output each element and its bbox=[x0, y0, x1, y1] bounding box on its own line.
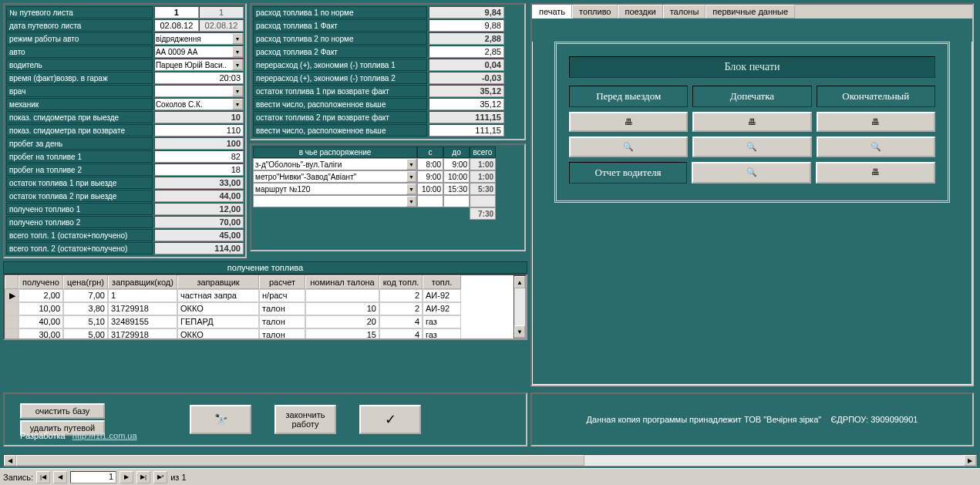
fuel-recv-cell[interactable]: 40,00 bbox=[19, 315, 63, 328]
fuel-name-cell[interactable]: частная запра bbox=[177, 289, 259, 302]
fuel-code-cell[interactable]: 32489155 bbox=[108, 315, 177, 328]
scroll-down-icon[interactable]: ▼ bbox=[514, 325, 525, 338]
waybill-no-input[interactable]: 1 bbox=[154, 6, 199, 19]
route-row[interactable]: ▼ bbox=[253, 195, 523, 207]
work-mode-combo[interactable]: відрядження▼ bbox=[154, 32, 244, 45]
fuel-calc-cell[interactable]: талон bbox=[259, 302, 305, 315]
fuel-price-cell[interactable]: 7,00 bbox=[63, 289, 108, 302]
chevron-down-icon[interactable]: ▼ bbox=[406, 171, 416, 182]
route-to-cell[interactable] bbox=[443, 195, 470, 207]
row-selector[interactable] bbox=[5, 328, 19, 340]
fuel-nominal-cell[interactable]: 20 bbox=[305, 315, 379, 328]
fuel-recv-cell[interactable]: 10,00 bbox=[19, 302, 63, 315]
clear-base-button[interactable]: очистить базу bbox=[20, 403, 105, 419]
fuel-scrollbar[interactable]: ▲ ▼ bbox=[514, 275, 526, 338]
tab-primary-data[interactable]: первичные данные bbox=[706, 5, 795, 19]
fuel-nominal-cell[interactable]: 10 bbox=[305, 302, 379, 315]
nav-next-button[interactable]: ▶ bbox=[120, 471, 133, 483]
fuel-row[interactable]: 10,003,8031729918ОККОталон102АИ-92 bbox=[5, 302, 514, 315]
fuel-fuel-cell[interactable]: газ bbox=[423, 315, 461, 328]
route-dest-cell[interactable]: ▼ bbox=[253, 195, 417, 207]
route-dest-cell[interactable]: з-д"Оболонь"-вул.Таліги▼ bbox=[253, 158, 417, 170]
cons2-fact-input[interactable]: 2,85 bbox=[429, 45, 504, 58]
fuel-fcode-cell[interactable]: 4 bbox=[379, 328, 423, 340]
fuel-fuel-cell[interactable]: АИ-92 bbox=[423, 302, 461, 315]
fuel-price-cell[interactable]: 5,10 bbox=[63, 315, 108, 328]
chevron-down-icon[interactable]: ▼ bbox=[232, 99, 243, 109]
nav-new-button[interactable]: ▶* bbox=[153, 471, 167, 483]
fuel-col-fuel[interactable]: топл. bbox=[423, 275, 461, 289]
route-dest-cell[interactable]: метро"Нивки"-Завод"Авіант"▼ bbox=[253, 170, 417, 183]
odo-in-input[interactable]: 110 bbox=[154, 124, 244, 136]
fuel-fcode-cell[interactable]: 2 bbox=[379, 302, 423, 315]
row-selector[interactable] bbox=[5, 315, 19, 328]
date-input[interactable]: 02.08.12 bbox=[154, 19, 199, 32]
fuel-calc-cell[interactable]: талон bbox=[259, 328, 305, 340]
print-final-button[interactable]: 🖶 bbox=[817, 112, 935, 132]
chevron-down-icon[interactable]: ▼ bbox=[406, 184, 416, 194]
route-row[interactable]: маршрут №120▼10:0015:305:30 bbox=[253, 183, 523, 195]
chevron-down-icon[interactable]: ▼ bbox=[406, 159, 416, 170]
driver-report-print-button[interactable]: 🖶 bbox=[816, 162, 935, 184]
print-before-button[interactable]: 🖶 bbox=[569, 112, 688, 132]
fuel-row[interactable]: ▶2,007,001частная запран/расч2АИ-92 bbox=[5, 289, 514, 302]
fuel-col-calc[interactable]: расчет bbox=[259, 275, 305, 289]
chevron-down-icon[interactable]: ▼ bbox=[232, 86, 243, 96]
tab-trips[interactable]: поездки bbox=[618, 5, 662, 19]
route-row[interactable]: з-д"Оболонь"-вул.Таліги▼8:009:001:00 bbox=[253, 158, 523, 170]
preview-before-button[interactable]: 🔍 bbox=[569, 136, 688, 157]
chevron-down-icon[interactable]: ▼ bbox=[232, 33, 243, 44]
cons1-fact-input[interactable]: 9,88 bbox=[429, 19, 504, 32]
fuel-col-nominal[interactable]: номинал талона bbox=[305, 275, 379, 289]
run-fuel1-input[interactable]: 82 bbox=[154, 150, 244, 163]
fuel-calc-cell[interactable]: н/расч bbox=[259, 289, 305, 302]
route-from-cell[interactable]: 9:00 bbox=[417, 170, 443, 183]
record-number-input[interactable]: 1 bbox=[70, 471, 116, 483]
route-row[interactable]: метро"Нивки"-Завод"Авіант"▼9:0010:001:00 bbox=[253, 170, 523, 183]
scroll-left-icon[interactable]: ◀ bbox=[4, 455, 16, 466]
driver-report-preview-button[interactable]: 🔍 bbox=[692, 162, 811, 184]
fuel-recv-cell[interactable]: 2,00 bbox=[19, 289, 63, 302]
mechanic-combo[interactable]: Соколов С.К.▼ bbox=[154, 98, 244, 110]
tab-fuel[interactable]: топливо bbox=[572, 5, 618, 19]
fuel-name-cell[interactable]: ОККО bbox=[177, 302, 259, 315]
route-dest-cell[interactable]: маршрут №120▼ bbox=[253, 183, 417, 195]
fuel-fuel-cell[interactable]: газ bbox=[423, 328, 461, 340]
route-from-cell[interactable]: 10:00 bbox=[417, 183, 443, 195]
scroll-thumb[interactable] bbox=[16, 455, 584, 466]
scroll-right-icon[interactable]: ▶ bbox=[964, 455, 976, 466]
preview-final-button[interactable]: 🔍 bbox=[817, 136, 935, 157]
route-to-cell[interactable]: 9:00 bbox=[443, 158, 470, 170]
fuel-code-cell[interactable]: 31729918 bbox=[108, 302, 177, 315]
preview-addl-button[interactable]: 🔍 bbox=[692, 136, 811, 157]
scroll-up-icon[interactable]: ▲ bbox=[514, 276, 525, 288]
nav-first-button[interactable]: |◀ bbox=[36, 471, 50, 483]
fuel-price-cell[interactable]: 3,80 bbox=[63, 302, 108, 315]
nav-last-button[interactable]: ▶| bbox=[136, 471, 150, 483]
fuel-row[interactable]: 40,005,1032489155ГЕПАРДталон204газ bbox=[5, 315, 514, 328]
auto-combo[interactable]: АА 0009 АА▼ bbox=[154, 45, 244, 58]
fuel-code-cell[interactable]: 1 bbox=[108, 289, 177, 302]
run-fuel2-input[interactable]: 18 bbox=[154, 163, 244, 176]
finish-work-button[interactable]: закончитьработу bbox=[274, 405, 336, 434]
fuel-nominal-cell[interactable]: 15 bbox=[305, 328, 379, 340]
fuel-col-recv[interactable]: получено bbox=[19, 275, 63, 289]
confirm-button[interactable]: ✓ bbox=[359, 405, 421, 434]
fuel-fuel-cell[interactable]: АИ-92 bbox=[423, 289, 461, 302]
fuel-col-price[interactable]: цена(грн) bbox=[63, 275, 108, 289]
chevron-down-icon[interactable]: ▼ bbox=[232, 46, 243, 57]
doctor-combo[interactable]: ▼ bbox=[154, 85, 244, 97]
fuel-col-name[interactable]: заправщик bbox=[177, 275, 259, 289]
fuel-recv-cell[interactable]: 30,00 bbox=[19, 328, 63, 340]
fuel-code-cell[interactable]: 31729918 bbox=[108, 328, 177, 340]
route-to-cell[interactable]: 15:30 bbox=[443, 183, 470, 195]
fuel-price-cell[interactable]: 5,00 bbox=[63, 328, 108, 340]
find-button[interactable]: 🔭 bbox=[190, 405, 251, 434]
dev-url-link[interactable]: http://l1l1.com.ua bbox=[72, 431, 137, 440]
tab-coupons[interactable]: талоны bbox=[663, 5, 706, 19]
nav-prev-button[interactable]: ◀ bbox=[53, 471, 67, 483]
enter1-input[interactable]: 35,12 bbox=[429, 98, 504, 110]
fuel-name-cell[interactable]: ГЕПАРД bbox=[177, 315, 259, 328]
chevron-down-icon[interactable]: ▼ bbox=[232, 59, 243, 70]
fuel-row[interactable]: 30,005,0031729918ОККОталон154газ bbox=[5, 328, 514, 340]
